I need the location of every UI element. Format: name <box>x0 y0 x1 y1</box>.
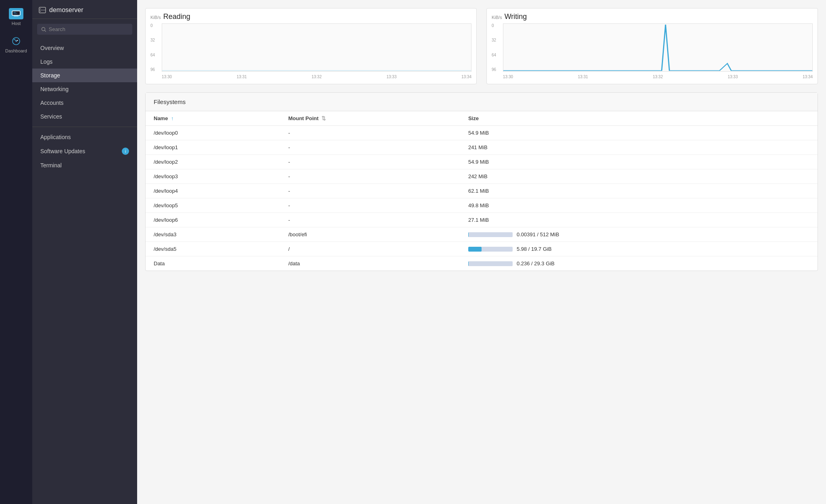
usage-bar-fill <box>468 247 482 252</box>
usage-text: 0.236 / 29.3 GiB <box>517 260 555 267</box>
filesystems-table: Name ↑ Mount Point ⇅ Size /dev/loop0-54.… <box>146 111 818 271</box>
host-icon <box>9 8 23 19</box>
software-updates-badge: i <box>122 148 129 155</box>
reading-chart-header: KiB/s Reading <box>150 12 471 21</box>
nav-strip: Host Dashboard <box>0 0 32 504</box>
writing-chart-header: KiB/s Writing <box>492 12 813 21</box>
dashboard-icon <box>9 35 23 47</box>
fs-size-cell: 5.98 / 19.7 GiB <box>460 242 818 256</box>
fs-name-cell: /dev/loop3 <box>146 169 280 184</box>
sort-asc-icon: ↑ <box>171 115 174 121</box>
server-name: demoserver <box>49 6 83 14</box>
fs-mount-cell: - <box>280 140 460 155</box>
sort-both-icon: ⇅ <box>321 115 326 121</box>
fs-size-cell: 49.8 MiB <box>460 198 818 213</box>
sidebar-item-storage[interactable]: Storage <box>32 69 137 82</box>
fs-mount-cell: - <box>280 126 460 140</box>
fs-size-cell: 0.236 / 29.3 GiB <box>460 256 818 271</box>
reading-title: Reading <box>163 12 190 21</box>
sidebar-item-logs[interactable]: Logs <box>32 55 137 69</box>
reading-chart: KiB/s Reading 96 64 32 0 13:30 <box>145 8 477 84</box>
nav-divider <box>32 127 137 127</box>
search-input[interactable] <box>49 26 128 32</box>
fs-mount-cell: - <box>280 184 460 198</box>
search-box[interactable] <box>37 24 132 35</box>
nav-dashboard-button[interactable]: Dashboard <box>0 31 32 57</box>
usage-text: 5.98 / 19.7 GiB <box>517 246 552 252</box>
sidebar-item-networking[interactable]: Networking <box>32 82 137 96</box>
fs-size-cell: 27.1 MiB <box>460 213 818 227</box>
fs-mount-cell: /boot/efi <box>280 227 460 242</box>
writing-svg-area <box>503 23 813 72</box>
sidebar-nav: Overview Logs Storage Networking Account… <box>32 40 137 504</box>
usage-bar-container: 5.98 / 19.7 GiB <box>468 246 809 252</box>
reading-unit: KiB/s <box>150 15 161 20</box>
col-name-header[interactable]: Name ↑ <box>146 111 280 126</box>
sidebar-item-software-updates[interactable]: Software Updates i <box>32 144 137 158</box>
sidebar-header: demoserver <box>32 0 137 19</box>
fs-name-cell: /dev/sda3 <box>146 227 280 242</box>
fs-name-cell: /dev/loop5 <box>146 198 280 213</box>
table-row: /dev/loop3-242 MiB <box>146 169 818 184</box>
usage-bar-container: 0.00391 / 512 MiB <box>468 231 809 237</box>
table-row: /dev/loop4-62.1 MiB <box>146 184 818 198</box>
col-size-header: Size <box>460 111 818 126</box>
usage-bar-container: 0.236 / 29.3 GiB <box>468 260 809 267</box>
fs-name-cell: Data <box>146 256 280 271</box>
fs-size-cell: 54.9 MiB <box>460 155 818 169</box>
usage-bar <box>468 232 513 237</box>
fs-name-cell: /dev/loop1 <box>146 140 280 155</box>
usage-bar <box>468 261 513 266</box>
usage-bar-fill <box>468 232 469 237</box>
sidebar: demoserver Overview Logs Storage Network… <box>32 0 137 504</box>
svg-point-7 <box>16 41 17 42</box>
usage-text: 0.00391 / 512 MiB <box>517 231 559 237</box>
svg-rect-5 <box>13 14 17 14</box>
fs-name-cell: /dev/sda5 <box>146 242 280 256</box>
writing-x-labels: 13:30 13:31 13:32 13:33 13:34 <box>503 74 813 80</box>
server-icon <box>39 6 46 14</box>
col-mountpoint-header[interactable]: Mount Point ⇅ <box>280 111 460 126</box>
filesystems-card: Filesystems Name ↑ Mount Point ⇅ Size <box>145 92 818 271</box>
sidebar-item-overview[interactable]: Overview <box>32 41 137 55</box>
sidebar-item-terminal[interactable]: Terminal <box>32 158 137 172</box>
nav-host-button[interactable]: Host <box>0 4 32 30</box>
filesystems-tbody: /dev/loop0-54.9 MiB/dev/loop1-241 MiB/de… <box>146 126 818 271</box>
fs-name-cell: /dev/loop4 <box>146 184 280 198</box>
table-row: /dev/loop0-54.9 MiB <box>146 126 818 140</box>
svg-point-10 <box>40 8 41 9</box>
sidebar-item-services[interactable]: Services <box>32 110 137 123</box>
table-row: /dev/loop1-241 MiB <box>146 140 818 155</box>
writing-title: Writing <box>505 12 527 21</box>
writing-y-labels: 96 64 32 0 <box>492 23 502 72</box>
reading-svg-area <box>162 23 471 72</box>
usage-bar-fill <box>468 261 469 266</box>
dashboard-label: Dashboard <box>5 48 27 53</box>
writing-unit: KiB/s <box>492 15 502 20</box>
table-header-row: Name ↑ Mount Point ⇅ Size <box>146 111 818 126</box>
sidebar-item-applications[interactable]: Applications <box>32 130 137 144</box>
fs-mount-cell: - <box>280 169 460 184</box>
svg-line-13 <box>45 30 46 31</box>
fs-size-cell: 0.00391 / 512 MiB <box>460 227 818 242</box>
fs-size-cell: 242 MiB <box>460 169 818 184</box>
search-icon <box>41 27 46 32</box>
table-row: /dev/loop2-54.9 MiB <box>146 155 818 169</box>
table-row: /dev/sda3/boot/efi0.00391 / 512 MiB <box>146 227 818 242</box>
fs-name-cell: /dev/loop6 <box>146 213 280 227</box>
sidebar-item-accounts[interactable]: Accounts <box>32 96 137 110</box>
writing-chart-area: 96 64 32 0 13:30 13:31 13:32 13:33 1 <box>492 23 813 80</box>
svg-rect-4 <box>13 13 17 13</box>
fs-size-cell: 62.1 MiB <box>460 184 818 198</box>
reading-y-labels: 96 64 32 0 <box>150 23 161 72</box>
writing-chart: KiB/s Writing 96 64 32 0 13:30 <box>486 8 818 84</box>
fs-mount-cell: /data <box>280 256 460 271</box>
fs-size-cell: 54.9 MiB <box>460 126 818 140</box>
fs-mount-cell: - <box>280 155 460 169</box>
fs-mount-cell: / <box>280 242 460 256</box>
host-label: Host <box>12 21 21 26</box>
fs-mount-cell: - <box>280 213 460 227</box>
svg-rect-2 <box>14 16 19 17</box>
main-content: KiB/s Reading 96 64 32 0 13:30 <box>137 0 826 504</box>
fs-name-cell: /dev/loop2 <box>146 155 280 169</box>
